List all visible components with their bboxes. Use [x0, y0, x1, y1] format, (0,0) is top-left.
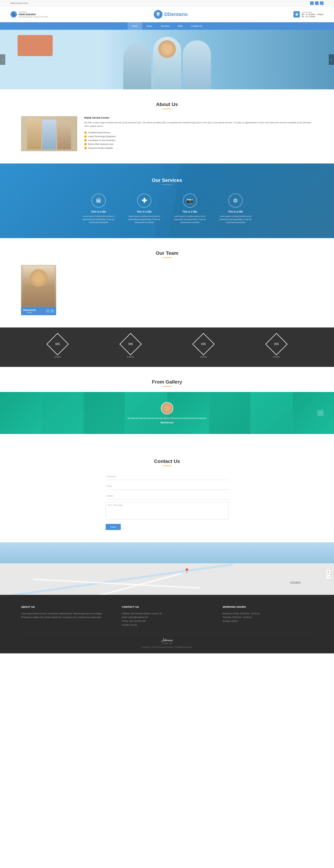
- stat-label-1: Clients: [50, 355, 65, 358]
- service-desc-4: Lorem ipsum is simply dummy text of type…: [218, 215, 253, 224]
- footer-hours-title: WORKING HOURS: [223, 606, 313, 608]
- nav-services[interactable]: Services: [157, 22, 174, 30]
- service-item-2: ✚ This is a title Lorem ipsum is simply …: [127, 194, 162, 224]
- feature-item: Before After treatment care: [84, 142, 313, 146]
- header-hours-section: 🕐 Open hours: Mo - Fr: 8:30am - 9:00pm S…: [294, 11, 324, 18]
- twitter-icon[interactable]: t: [315, 1, 318, 5]
- feature-bullet-5: [84, 147, 87, 149]
- feature-bullet-2: [84, 135, 87, 138]
- facebook-icon[interactable]: f: [310, 1, 314, 5]
- gallery-quote: test test test test test test test test …: [128, 417, 206, 420]
- footer-contact-address: Address: 292 Charlotte Street, London, U…: [122, 612, 212, 616]
- footer-hours-weekday: Monday to Friday: 08:00 AM - 12:00 pm: [223, 612, 313, 616]
- map-zoom-in[interactable]: +: [326, 569, 331, 574]
- footer-contact-phone: Phone: +82-113-826-789: [122, 619, 212, 623]
- stat-number-1: 695: [55, 343, 60, 346]
- stat-diamond-4: 695: [265, 333, 287, 355]
- map-section: 📍 AZAIBA + −: [0, 542, 334, 595]
- services-section: Our Services 🏛 This is a title Lorem ips…: [0, 163, 334, 238]
- about-text-block: Malak Dental Center We offer a wide rang…: [84, 116, 313, 150]
- service-desc-3: Lorem ipsum is simply dummy text of type…: [172, 215, 207, 224]
- footer-hours-sunday: Sunday: Closed: [223, 619, 313, 623]
- message-input[interactable]: [106, 502, 228, 520]
- gallery-section: From Gallery test test test test test te…: [0, 367, 334, 446]
- service-title-4: This is a title: [218, 210, 253, 213]
- team-facebook-icon[interactable]: f: [46, 309, 50, 313]
- fullname-input[interactable]: [106, 473, 228, 480]
- stat-item-1: 695 Clients: [50, 336, 65, 358]
- stats-section: 695 Clients 695 Clients 695 Clients 695 …: [0, 328, 334, 367]
- stat-label-3: Clients: [196, 355, 211, 358]
- feature-item: Latest Technology Equipment: [84, 134, 313, 138]
- nav-contact[interactable]: Contact Us: [187, 22, 206, 30]
- email-input[interactable]: [106, 483, 228, 490]
- gallery-avatar: [161, 402, 173, 414]
- about-title: About Us: [21, 102, 313, 107]
- stat-diamond-2: 695: [119, 333, 142, 355]
- clinic-name: Malak Dental Center: [84, 116, 313, 119]
- footer-contact-title: CONTACT US: [122, 606, 212, 608]
- phone-number: 00968 92660905: [19, 13, 48, 16]
- footer-hours-saturday: Saturday: 09:00 AM - 10:00 pm: [223, 616, 313, 619]
- team-linkedin-icon[interactable]: in: [51, 309, 54, 313]
- about-image: [21, 116, 77, 151]
- hero-section: ‹ ›: [0, 30, 334, 89]
- logo-icon: 🦷: [154, 10, 163, 19]
- stat-number-4: 695: [274, 343, 279, 346]
- about-section: About Us Malak Dental Center We offer a …: [0, 89, 334, 163]
- service-desc-2: Lorem ipsum is simply dummy text of type…: [127, 215, 162, 224]
- mostaql-sub: mostaql.com: [161, 642, 173, 644]
- footer-about-text: Lorem ipsum dolor sit amet, consectetur …: [21, 612, 111, 619]
- feature-item: Insurance facility available: [84, 146, 313, 150]
- gallery-next-arrow[interactable]: ›: [317, 410, 324, 416]
- gallery-author: Mohammed: [128, 421, 206, 424]
- team-social-1[interactable]: f in: [46, 309, 54, 313]
- contact-divider: [163, 466, 171, 466]
- nav-home[interactable]: Home: [128, 22, 142, 30]
- service-desc-1: Lorem ipsum is simply dummy text of type…: [81, 215, 116, 224]
- map-zoom-out[interactable]: −: [326, 575, 331, 579]
- social-links[interactable]: f t g: [310, 1, 324, 5]
- map-label: AZAIBA: [290, 581, 301, 584]
- map-controls[interactable]: + −: [326, 569, 331, 579]
- header-phone-section: 📞 Call Now: 00968 92660905 pal work aven…: [10, 11, 48, 18]
- team-divider: [163, 257, 171, 258]
- header: 📞 Call Now: 00968 92660905 pal work aven…: [0, 6, 334, 22]
- footer-hours-col: WORKING HOURS Monday to Friday: 08:00 AM…: [223, 606, 313, 627]
- logo[interactable]: 🦷 DDentario: [154, 10, 188, 19]
- feature-bullet-1: [84, 131, 87, 134]
- stat-number-2: 695: [128, 343, 133, 346]
- service-title-3: This is a title: [172, 210, 207, 213]
- hero-prev-arrow[interactable]: ‹: [0, 54, 5, 65]
- call-now-label: Call Now:: [19, 11, 48, 13]
- feature-bullet-3: [84, 139, 87, 142]
- hours-label: Open hours:: [302, 11, 324, 13]
- footer-grid: ABOUT US Lorem ipsum dolor sit amet, con…: [21, 606, 313, 627]
- footer-about-title: ABOUT US: [21, 606, 111, 608]
- contact-title: Contact Us: [53, 459, 281, 464]
- gallery-divider: [163, 386, 171, 387]
- team-name-1: Mohammed: [23, 309, 36, 311]
- stat-label-4: Clients: [269, 355, 284, 358]
- main-nav: Home About Services Blog Contact Us: [0, 22, 334, 30]
- nav-about[interactable]: About: [142, 22, 157, 30]
- nav-blog[interactable]: Blog: [174, 22, 187, 30]
- map-pin: 📍: [184, 568, 190, 574]
- footer-contact-col: CONTACT US Address: 292 Charlotte Street…: [122, 606, 212, 627]
- about-divider: [163, 108, 171, 109]
- hero-next-arrow[interactable]: ›: [329, 54, 334, 65]
- stat-item-3: 695 Clients: [196, 336, 211, 358]
- service-icon-3: 📷: [183, 194, 197, 208]
- service-icon-1: 🏛: [92, 194, 106, 208]
- subject-input[interactable]: [106, 492, 228, 499]
- mostaql-logo: مستقل: [161, 638, 173, 642]
- about-features-list: Certified Dental Doctors Latest Technolo…: [84, 131, 313, 150]
- gallery-carousel: test test test test test test test test …: [0, 392, 334, 434]
- feature-item: Guarantee for best treatment: [84, 138, 313, 142]
- team-title: Our Team: [21, 250, 313, 256]
- google-icon[interactable]: g: [320, 1, 324, 5]
- submit-button[interactable]: Send: [106, 524, 121, 530]
- service-item-3: 📷 This is a title Lorem ipsum is simply …: [172, 194, 207, 224]
- footer-bottom: مستقل mostaql.com Copyright © 2016 Moham…: [21, 634, 313, 648]
- site-name: Malak Dental Center: [10, 2, 28, 4]
